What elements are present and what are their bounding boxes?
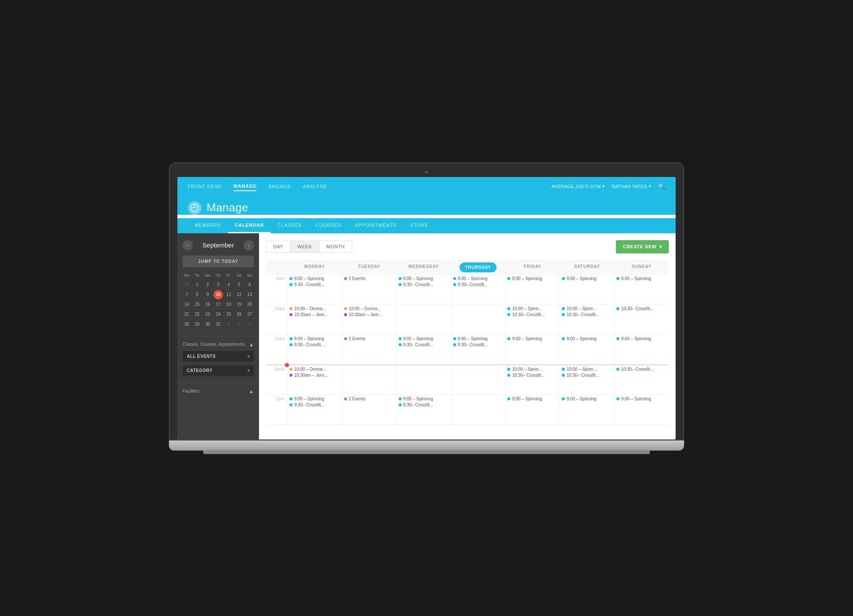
event-item[interactable]: 9:30– Crossfit...	[399, 282, 449, 287]
create-new-button[interactable]: CREATE NEW ▾	[616, 240, 669, 253]
mini-cal-day[interactable]: 23	[203, 310, 213, 319]
event-item[interactable]: 10:30– Crossfit...	[562, 373, 612, 378]
event-item[interactable]: 10:00 – Spinn...	[562, 367, 612, 372]
subnav-store[interactable]: STORE	[403, 218, 435, 233]
subnav-calendar[interactable]: CALENDAR	[228, 218, 271, 233]
mini-cal-day[interactable]: 11	[224, 290, 233, 299]
mini-cal-day[interactable]: 28	[182, 320, 192, 329]
event-item[interactable]: 10:30– Crossfit...	[616, 367, 667, 372]
view-week-button[interactable]: WEEK	[290, 241, 319, 252]
mini-cal-day[interactable]: 2	[235, 320, 244, 329]
event-item[interactable]: 10:30– Crossfit...	[562, 312, 612, 317]
next-month-button[interactable]: ›	[244, 240, 254, 250]
event-item[interactable]: 9:00 – Spinning	[616, 276, 667, 281]
event-item[interactable]: 10:00 – Donna...	[289, 367, 340, 372]
mini-cal-day[interactable]: 12	[235, 290, 244, 299]
event-item[interactable]: 10:00 – Donna...	[344, 306, 395, 311]
mini-cal-day[interactable]: 3	[213, 280, 223, 290]
mini-cal-day[interactable]: 4	[224, 280, 233, 290]
nav-front-desk[interactable]: FRONT DESK	[188, 182, 222, 191]
event-item[interactable]: 2 Events	[344, 336, 395, 341]
mini-cal-day[interactable]: 20	[245, 300, 254, 309]
subnav-classes[interactable]: CLASSES	[271, 218, 308, 233]
user-selector[interactable]: NATHAN YATES ▾	[612, 183, 651, 189]
prev-month-button[interactable]: ‹	[183, 240, 193, 250]
event-item[interactable]: 9:30– Crossfit...	[289, 342, 340, 347]
event-item[interactable]: 9:00 – Spinning	[289, 336, 340, 341]
event-item[interactable]: 9:00 – Spinning	[507, 336, 558, 341]
nav-engage[interactable]: ENGAGE	[268, 182, 291, 191]
mini-cal-day[interactable]: 9	[203, 290, 213, 299]
mini-cal-day[interactable]: 7	[182, 290, 192, 299]
event-item[interactable]: 10:30am – Jere...	[289, 312, 340, 317]
mini-cal-day[interactable]: 17	[213, 300, 223, 309]
event-item[interactable]: 10:30am – Jere...	[289, 373, 340, 378]
event-item[interactable]: 9:30– Crossfit...	[453, 282, 504, 287]
event-item[interactable]: 9:00 – Spinning	[289, 276, 340, 281]
event-item[interactable]: 10:30– Crossfit...	[507, 373, 558, 378]
all-events-dropdown[interactable]: ALL EVENTS ▾	[183, 351, 254, 362]
event-item[interactable]: 9:00 – Spinning	[453, 336, 504, 341]
event-item[interactable]: 9:00 – Spinning	[562, 396, 612, 401]
event-item[interactable]: 9:30– Crossfit...	[399, 403, 449, 407]
mini-cal-day[interactable]: 15	[192, 300, 202, 309]
jump-today-button[interactable]: JUMP TO TODAY	[183, 256, 254, 267]
subnav-members[interactable]: MEMBERS	[188, 218, 228, 233]
mini-cal-day[interactable]: 24	[213, 310, 223, 319]
event-item[interactable]: 9:00 – Spinning	[507, 396, 558, 401]
event-item[interactable]: 10:00 – Donna...	[289, 306, 340, 311]
mini-cal-day[interactable]: 13	[245, 290, 254, 299]
mini-cal-day[interactable]: 21	[182, 310, 192, 319]
event-item[interactable]: 9:30– Crossfit...	[289, 282, 340, 287]
mini-cal-day[interactable]: 27	[245, 310, 254, 319]
event-item[interactable]: 9:00 – Spinning	[616, 336, 667, 341]
event-item[interactable]: 9:30– Crossfit...	[399, 342, 449, 347]
mini-cal-day[interactable]: 31	[213, 320, 223, 329]
event-item[interactable]: 9:30– Crossfit...	[453, 342, 504, 347]
event-item[interactable]: 2 Events	[344, 396, 395, 401]
search-icon[interactable]: 🔍	[658, 183, 665, 190]
mini-cal-day[interactable]: 25	[224, 310, 233, 319]
mini-cal-day[interactable]: 3	[245, 320, 254, 329]
mini-cal-day[interactable]: 8	[192, 290, 202, 299]
mini-cal-day[interactable]: 10	[213, 290, 223, 299]
event-item[interactable]: 9:00 – Spinning	[289, 396, 340, 401]
mini-cal-day[interactable]: 2	[203, 280, 213, 290]
event-item[interactable]: 9:00 – Spinning	[507, 276, 558, 281]
event-item[interactable]: 10:00 – Spinn...	[507, 367, 558, 372]
event-item[interactable]: 10:00 – Spinn...	[562, 306, 612, 311]
subnav-courses[interactable]: COURSES	[309, 218, 348, 233]
nav-manage[interactable]: MANAGE	[234, 182, 257, 191]
nav-analyse[interactable]: ANALYSE	[303, 182, 327, 191]
mini-cal-day[interactable]: 26	[235, 310, 244, 319]
filter-collapse-icon[interactable]: ▲	[249, 342, 254, 348]
mini-cal-day[interactable]: 22	[192, 310, 202, 319]
facilities-collapse-icon[interactable]: ▲	[249, 388, 254, 394]
event-item[interactable]: 9:00 – Spinning	[562, 336, 612, 341]
event-item[interactable]: 9:30– Crossfit...	[289, 403, 340, 407]
mini-cal-day[interactable]: 19	[235, 300, 244, 309]
mini-cal-day[interactable]: 1	[192, 280, 202, 290]
event-item[interactable]: 9:00 – Spinning	[399, 336, 449, 341]
view-month-button[interactable]: MONTH	[320, 241, 352, 252]
mini-cal-day[interactable]: 1	[224, 320, 233, 329]
mini-cal-day[interactable]: 30	[182, 280, 192, 290]
mini-cal-day[interactable]: 16	[203, 300, 213, 309]
mini-cal-day[interactable]: 14	[182, 300, 192, 309]
event-item[interactable]: 10:30am – Jere...	[344, 312, 395, 317]
event-item[interactable]: 9:00 – Spinning	[453, 276, 504, 281]
gym-selector[interactable]: AVERAGE JOE'S GYM ▾	[551, 183, 605, 189]
subnav-appointments[interactable]: APPOINTMENTS	[348, 218, 403, 233]
event-item[interactable]: 9:00 – Spinning	[562, 276, 612, 281]
view-day-button[interactable]: DAY	[266, 241, 290, 252]
mini-cal-day[interactable]: 5	[235, 280, 244, 290]
event-item[interactable]: 2 Events	[344, 276, 395, 281]
mini-cal-day[interactable]: 6	[245, 280, 254, 290]
event-item[interactable]: 10:30– Crossfit...	[616, 306, 667, 311]
mini-cal-day[interactable]: 18	[224, 300, 233, 309]
event-item[interactable]: 10:30– Crossfit...	[507, 312, 558, 317]
event-item[interactable]: 9:00 – Spinning	[399, 276, 449, 281]
mini-cal-day[interactable]: 29	[192, 320, 202, 329]
category-dropdown[interactable]: CATEGORY ▾	[183, 365, 254, 376]
event-item[interactable]: 10:00 – Spinn...	[507, 306, 558, 311]
